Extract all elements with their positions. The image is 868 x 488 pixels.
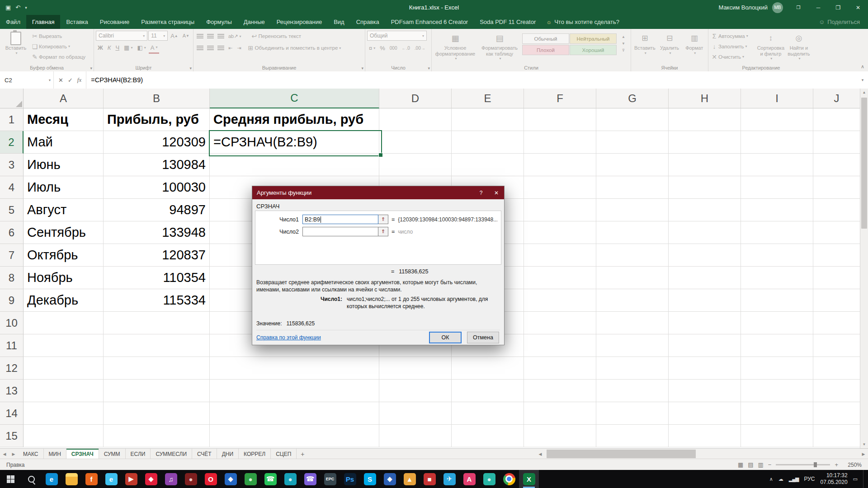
cell-G6[interactable] bbox=[596, 221, 669, 244]
cell-F14[interactable] bbox=[524, 402, 596, 425]
comma-style-icon[interactable]: 000 bbox=[388, 43, 399, 53]
column-header-C[interactable]: C bbox=[210, 89, 379, 108]
cell-F2[interactable] bbox=[524, 131, 596, 154]
taskbar-app-app-amber[interactable]: ▲ bbox=[400, 470, 420, 488]
row-header-1[interactable]: 1 bbox=[0, 108, 24, 131]
number-format-combo[interactable]: Общий▾ bbox=[367, 31, 427, 41]
cell-A12[interactable] bbox=[24, 357, 104, 380]
start-button[interactable] bbox=[0, 470, 21, 488]
font-color-icon[interactable]: А▾ bbox=[149, 42, 160, 54]
font-size-combo[interactable]: 11▾ bbox=[148, 31, 168, 41]
taskbar-app-opera[interactable]: O bbox=[201, 470, 221, 488]
cell-I7[interactable] bbox=[741, 244, 813, 267]
undo-icon[interactable]: ↶ bbox=[15, 4, 20, 11]
cell-A9[interactable]: Декабрь bbox=[24, 289, 104, 312]
taskbar-app-app-green[interactable]: ● bbox=[241, 470, 260, 488]
cell-E3[interactable] bbox=[452, 154, 524, 176]
formula-bar-expand-icon[interactable]: ▾ bbox=[857, 71, 868, 89]
cell-A10[interactable] bbox=[24, 312, 104, 334]
cell-D12[interactable] bbox=[379, 357, 452, 380]
align-right-icon[interactable] bbox=[217, 46, 224, 50]
clock[interactable]: 10:17:32 07.05.2020 bbox=[821, 472, 848, 486]
cell-G15[interactable] bbox=[596, 425, 669, 447]
row-header-7[interactable]: 7 bbox=[0, 244, 24, 267]
cell-J8[interactable] bbox=[813, 267, 860, 289]
cell-A2[interactable]: Май bbox=[24, 131, 104, 154]
cell-E13[interactable] bbox=[452, 380, 524, 402]
cell-D2[interactable] bbox=[379, 131, 452, 154]
cell-G3[interactable] bbox=[596, 154, 669, 176]
alignment-dialog-launcher-icon[interactable]: ▾ bbox=[361, 66, 363, 70]
cell-B7[interactable]: 120837 bbox=[104, 244, 210, 267]
cell-I11[interactable] bbox=[741, 334, 813, 357]
gallery-down-icon[interactable]: ▼ bbox=[620, 40, 627, 47]
find-select-button[interactable]: ◎ Найти и выделить▾ bbox=[786, 31, 812, 61]
cell-I1[interactable] bbox=[741, 108, 813, 131]
sheet-tab-МАКС[interactable]: МАКС bbox=[18, 449, 44, 459]
cell-C12[interactable] bbox=[210, 357, 379, 380]
cell-D3[interactable] bbox=[379, 154, 452, 176]
ribbon-display-options-icon[interactable]: ❐ bbox=[788, 0, 808, 15]
taskbar-app-viber[interactable]: ☎ bbox=[300, 470, 320, 488]
cell-A5[interactable]: Август bbox=[24, 199, 104, 221]
taskbar-app-photoshop[interactable]: Ps bbox=[340, 470, 360, 488]
cell-J5[interactable] bbox=[813, 199, 860, 221]
clipboard-dialog-launcher-icon[interactable]: ▾ bbox=[90, 66, 92, 70]
taskbar-app-app-teal[interactable]: ● bbox=[280, 470, 300, 488]
cell-G14[interactable] bbox=[596, 402, 669, 425]
cell-E1[interactable] bbox=[452, 108, 524, 131]
ribbon-tab-Вставка[interactable]: Вставка bbox=[60, 15, 94, 29]
cell-B9[interactable]: 115334 bbox=[104, 289, 210, 312]
select-all-corner[interactable] bbox=[0, 89, 24, 108]
formula-input[interactable]: =СРЗНАЧ(B2:B9) bbox=[86, 71, 857, 89]
cell-F1[interactable] bbox=[524, 108, 596, 131]
decrease-font-icon[interactable]: А▼ bbox=[181, 31, 191, 41]
merge-center-button[interactable]: ⊞Объединить и поместить в центре▾ bbox=[246, 43, 341, 53]
save-icon[interactable]: ▣ bbox=[5, 4, 11, 11]
vertical-scroll-thumb[interactable] bbox=[861, 98, 867, 229]
taskbar-app-app-red[interactable]: ■ bbox=[420, 470, 439, 488]
row-header-12[interactable]: 12 bbox=[0, 357, 24, 380]
taskbar-app-app-navy[interactable]: ◆ bbox=[380, 470, 400, 488]
tell-me-search[interactable]: ☼ Что вы хотите сделать? bbox=[546, 15, 619, 29]
tray-chevron-icon[interactable]: ∧ bbox=[769, 476, 773, 482]
cell-J3[interactable] bbox=[813, 154, 860, 176]
view-page-break-icon[interactable]: ▥ bbox=[758, 461, 764, 468]
cell-I3[interactable] bbox=[741, 154, 813, 176]
cell-C3[interactable] bbox=[210, 154, 379, 176]
font-dialog-launcher-icon[interactable]: ▾ bbox=[189, 66, 192, 70]
cell-G9[interactable] bbox=[596, 289, 669, 312]
ribbon-tab-Формулы[interactable]: Формулы bbox=[200, 15, 238, 29]
taskbar-app-firefox[interactable]: f bbox=[81, 470, 101, 488]
sheet-prev-icon[interactable]: ◀ bbox=[0, 449, 9, 459]
cell-G7[interactable] bbox=[596, 244, 669, 267]
cell-D1[interactable] bbox=[379, 108, 452, 131]
share-button[interactable]: ☺ Поделиться bbox=[819, 15, 868, 29]
sheet-tab-СЦЕП[interactable]: СЦЕП bbox=[271, 449, 297, 459]
column-header-H[interactable]: H bbox=[669, 89, 741, 108]
sheet-tab-КОРРЕЛ[interactable]: КОРРЕЛ bbox=[239, 449, 271, 459]
borders-icon[interactable]: ▦▾ bbox=[122, 42, 134, 52]
arg1-range-picker-icon[interactable]: ⇑ bbox=[378, 215, 388, 224]
cell-D15[interactable] bbox=[379, 425, 452, 447]
conditional-formatting-button[interactable]: ▦ Условное форматирование ▾ bbox=[434, 31, 477, 61]
column-header-B[interactable]: B bbox=[104, 89, 210, 108]
cell-I9[interactable] bbox=[741, 289, 813, 312]
taskbar-app-whatsapp[interactable]: ☎ bbox=[260, 470, 280, 488]
sheet-tab-СРЗНАЧ[interactable]: СРЗНАЧ bbox=[66, 449, 99, 459]
cell-F15[interactable] bbox=[524, 425, 596, 447]
delete-cells-button[interactable]: ⊟ Удалить▾ bbox=[658, 31, 682, 55]
scroll-up-icon[interactable]: ▲ bbox=[860, 89, 868, 96]
cell-F10[interactable] bbox=[524, 312, 596, 334]
cell-B8[interactable]: 110354 bbox=[104, 267, 210, 289]
arg1-input[interactable]: B2:B9 bbox=[302, 215, 378, 224]
cell-J6[interactable] bbox=[813, 221, 860, 244]
cell-I14[interactable] bbox=[741, 402, 813, 425]
align-middle-icon[interactable] bbox=[207, 34, 214, 38]
taskbar-app-opera-gx[interactable]: ◆ bbox=[141, 470, 161, 488]
cell-H10[interactable] bbox=[669, 312, 741, 334]
clear-button[interactable]: ✕Очистить▾ bbox=[710, 52, 756, 62]
taskbar-app-app-cyan[interactable]: ● bbox=[479, 470, 499, 488]
cell-A1[interactable]: Месяц bbox=[24, 108, 104, 131]
row-header-2[interactable]: 2 bbox=[0, 131, 24, 154]
